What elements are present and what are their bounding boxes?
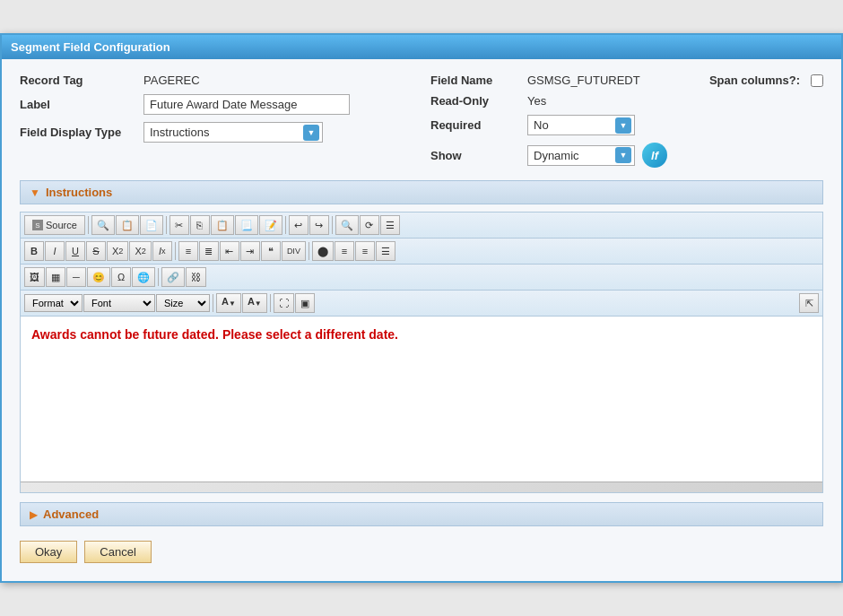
toolbar-row-1: S Source 🔍 📋 📄 ✂ ⎘ 📋 📃 📝 ↩ ↪ 🔍 — [21, 213, 822, 239]
rich-text-editor: S Source 🔍 📋 📄 ✂ ⎘ 📋 📃 📝 ↩ ↪ 🔍 — [20, 212, 823, 493]
read-only-value: Yes — [527, 94, 546, 108]
span-columns-checkbox[interactable] — [811, 74, 823, 87]
field-display-type-label: Field Display Type — [20, 126, 136, 139]
justify-button[interactable]: ☰ — [376, 241, 395, 261]
replace-button[interactable]: ⟳ — [360, 215, 379, 235]
required-select-wrapper: No Yes — [527, 115, 635, 135]
link-button[interactable]: 🔗 — [161, 267, 185, 287]
right-column: Field Name GSMSG_FUTUREDT Span columns?:… — [430, 74, 823, 168]
select-all-button[interactable]: ☰ — [380, 215, 400, 235]
image-button[interactable]: 🖼 — [24, 267, 45, 287]
toolbar-row-2: B I U S X2 X2 Ix ≡ ≣ ⇤ ⇥ ❝ DIV ⬤ ≡ ≡ ☰ — [21, 239, 822, 265]
instructions-collapse-triangle: ▼ — [30, 187, 40, 199]
copy-button[interactable]: ⎘ — [190, 215, 210, 235]
separator-7 — [158, 268, 159, 286]
field-name-row: Field Name GSMSG_FUTUREDT Span columns?: — [430, 74, 823, 87]
label-row: Label — [20, 94, 413, 115]
paste-word-button[interactable]: 📝 — [259, 215, 282, 235]
required-select[interactable]: No Yes — [527, 115, 635, 135]
show-select[interactable]: Dynamic Always Never — [527, 145, 635, 166]
table-button[interactable]: ▦ — [46, 267, 65, 287]
footer-buttons: Okay Cancel — [20, 537, 823, 567]
remove-format-button[interactable]: Ix — [152, 241, 172, 261]
source-icon: S — [32, 220, 43, 230]
align-center-button[interactable]: ≡ — [335, 241, 354, 261]
subscript-button[interactable]: X2 — [107, 241, 128, 261]
blockquote-button[interactable]: ❝ — [261, 241, 281, 261]
okay-button[interactable]: Okay — [20, 541, 77, 563]
if-button[interactable]: If — [642, 143, 667, 168]
ordered-list-button[interactable]: ≡ — [178, 241, 198, 261]
record-tag-label: Record Tag — [20, 74, 136, 87]
cancel-button[interactable]: Cancel — [84, 541, 151, 563]
decrease-indent-button[interactable]: ⇤ — [220, 241, 239, 261]
italic-button[interactable]: I — [45, 241, 65, 261]
editor-content-area[interactable]: Awards cannot be future dated. Please se… — [21, 317, 822, 478]
div-button[interactable]: DIV — [282, 241, 306, 261]
unordered-list-button[interactable]: ≣ — [199, 241, 219, 261]
segment-field-config-dialog: Segment Field Configuration Record Tag P… — [0, 33, 843, 583]
form-grid: Record Tag PAGEREC Label Field Display T… — [20, 74, 823, 168]
separator-2 — [166, 216, 167, 234]
editor-text: Awards cannot be future dated. Please se… — [31, 327, 812, 342]
field-name-value: GSMSG_FUTUREDT — [527, 74, 640, 87]
span-columns-label: Span columns?: — [709, 74, 800, 87]
format-select[interactable]: Format — [24, 294, 83, 312]
toolbar-row-3: 🖼 ▦ ─ 😊 Ω 🌐 🔗 ⛓ — [21, 265, 822, 291]
find-button[interactable]: 🔍 — [335, 215, 359, 235]
size-select[interactable]: Size — [156, 294, 210, 312]
superscript-button[interactable]: X2 — [129, 241, 151, 261]
field-name-label: Field Name — [430, 74, 520, 87]
increase-indent-button[interactable]: ⇥ — [240, 241, 260, 261]
paste-text-button[interactable]: 📃 — [235, 215, 258, 235]
document-button[interactable]: 📄 — [140, 215, 163, 235]
separator-5 — [175, 242, 176, 260]
field-display-type-select[interactable]: Instructions Text Select — [143, 122, 323, 143]
required-label: Required — [430, 118, 520, 132]
left-column: Record Tag PAGEREC Label Field Display T… — [20, 74, 413, 168]
font-select[interactable]: Font — [83, 294, 155, 312]
field-display-type-row: Field Display Type Instructions Text Sel… — [20, 122, 413, 143]
advanced-section-title: Advanced — [43, 508, 99, 521]
source-button[interactable]: S Source — [24, 215, 85, 235]
bold-button[interactable]: B — [24, 241, 44, 261]
svg-text:S: S — [35, 221, 39, 230]
editor-horizontal-scrollbar[interactable] — [21, 482, 822, 492]
read-only-row: Read-Only Yes — [430, 94, 823, 108]
instructions-section-header[interactable]: ▼ Instructions — [20, 180, 823, 204]
separator-9 — [270, 294, 271, 312]
resize-handle[interactable]: ⇱ — [799, 293, 819, 313]
instructions-section-title: Instructions — [46, 186, 112, 199]
dialog-title: Segment Field Configuration — [11, 40, 170, 54]
separator-6 — [309, 242, 309, 260]
unlink-button[interactable]: ⛓ — [186, 267, 206, 287]
redo-button[interactable]: ↪ — [309, 215, 329, 235]
show-label: Show — [430, 149, 520, 162]
required-row: Required No Yes — [430, 115, 823, 135]
smiley-button[interactable]: 😊 — [87, 267, 110, 287]
paste-button[interactable]: 📋 — [211, 215, 234, 235]
underline-button[interactable]: U — [65, 241, 85, 261]
templates-button[interactable]: 📋 — [116, 215, 139, 235]
cut-button[interactable]: ✂ — [169, 215, 189, 235]
label-input[interactable] — [143, 94, 350, 115]
show-blocks-button[interactable]: ▣ — [295, 293, 315, 313]
highlight-color-button[interactable]: A ▼ — [242, 293, 267, 313]
show-select-wrapper: Dynamic Always Never — [527, 145, 635, 166]
separator-4 — [332, 216, 333, 234]
undo-button[interactable]: ↩ — [289, 215, 309, 235]
iframe-button[interactable]: 🌐 — [132, 267, 155, 287]
horizontal-rule-button[interactable]: ─ — [66, 267, 86, 287]
font-color-button[interactable]: A ▼ — [216, 293, 241, 313]
field-display-type-select-wrapper: Instructions Text Select — [143, 122, 323, 143]
record-tag-row: Record Tag PAGEREC — [20, 74, 413, 87]
advanced-section-header[interactable]: ▶ Advanced — [20, 502, 823, 526]
separator-3 — [285, 216, 286, 234]
special-char-button[interactable]: Ω — [111, 267, 131, 287]
strikethrough-button[interactable]: S — [86, 241, 106, 261]
align-right-button[interactable]: ≡ — [355, 241, 375, 261]
advanced-collapse-triangle: ▶ — [30, 508, 38, 521]
align-left-button[interactable]: ⬤ — [312, 241, 334, 261]
print-preview-button[interactable]: 🔍 — [91, 215, 115, 235]
maximize-button[interactable]: ⛶ — [274, 293, 294, 313]
